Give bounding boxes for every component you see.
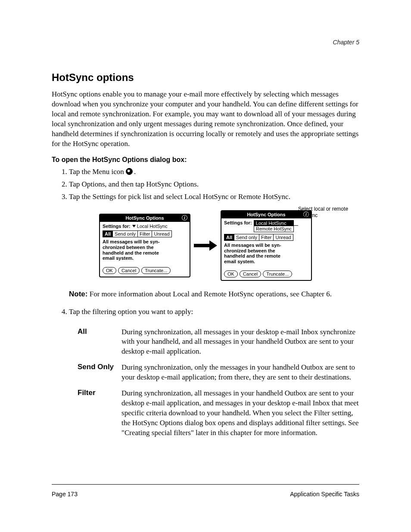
tab-send-only[interactable]: Send only xyxy=(234,234,259,240)
options-table: All During synchronization, all messages… xyxy=(78,326,359,442)
chapter-header: Chapter 5 xyxy=(52,39,359,46)
cancel-button[interactable]: Cancel xyxy=(118,267,140,274)
table-row: All During synchronization, all messages… xyxy=(78,326,359,361)
dialog-hotsync-options-right: HotSync Options i Settings for: Local Ho… xyxy=(221,210,312,280)
step-1: Tap the Menu icon . xyxy=(69,167,359,177)
truncate-button[interactable]: Truncate... xyxy=(141,267,171,274)
note-text: For more information about Local and Rem… xyxy=(90,290,332,298)
footer-page-number: Page 173 xyxy=(52,491,78,498)
dialog-title: HotSync Options i xyxy=(221,211,311,218)
footer-rule xyxy=(52,484,359,485)
tab-all[interactable]: All xyxy=(103,231,113,237)
callout-text: Select local or remote HotSync xyxy=(298,206,350,218)
option-term-all: All xyxy=(78,326,121,361)
footer-doc-title: Application Specific Tasks xyxy=(290,491,359,498)
option-term-filter: Filter xyxy=(78,387,121,442)
settings-for-picklist-open[interactable]: Local HotSync Remote HotSync xyxy=(254,220,294,232)
tab-all[interactable]: All xyxy=(224,234,234,240)
tab-unread[interactable]: Unread xyxy=(274,234,293,240)
picklist-item-remote[interactable]: Remote HotSync xyxy=(254,226,293,232)
svg-rect-0 xyxy=(194,244,209,247)
chevron-down-icon xyxy=(132,225,136,227)
truncate-button[interactable]: Truncate... xyxy=(263,271,292,277)
option-def-filter: During synchronization, all messages in … xyxy=(121,387,359,442)
steps-heading: To open the HotSync Options dialog box: xyxy=(52,156,359,164)
step-2: Tap Options, and then tap HotSync Option… xyxy=(69,180,359,190)
tab-filter[interactable]: Filter xyxy=(259,234,274,240)
svg-marker-1 xyxy=(209,240,217,251)
table-row: Filter During synchronization, all messa… xyxy=(78,387,359,442)
cancel-button[interactable]: Cancel xyxy=(240,271,261,277)
steps-list: Tap the Menu icon . Tap Options, and the… xyxy=(52,167,359,202)
section-heading-hotsync-options: HotSync options xyxy=(52,72,359,84)
option-def-send-only: During synchronization, only the message… xyxy=(121,361,359,387)
info-icon[interactable]: i xyxy=(182,215,187,221)
ok-button[interactable]: OK xyxy=(224,271,238,277)
filter-tabs: All Send only Filter Unread xyxy=(224,234,293,241)
note-label: Note: xyxy=(69,290,87,298)
menu-icon xyxy=(126,168,133,175)
page-footer: Page 173 Application Specific Tasks xyxy=(52,491,359,498)
table-row: Send Only During synchronization, only t… xyxy=(78,361,359,387)
filter-tabs: All Send only Filter Unread xyxy=(103,230,172,237)
filter-description: All messages will be syn- chronized betw… xyxy=(224,243,308,264)
figure-hotsync-options: HotSync Options i Settings for: Local Ho… xyxy=(55,210,356,280)
tab-filter[interactable]: Filter xyxy=(138,231,152,237)
step-3: Tap the Settings for pick list and selec… xyxy=(69,192,359,202)
tab-send-only[interactable]: Send only xyxy=(113,231,138,237)
dialog-hotsync-options-left: HotSync Options i Settings for: Local Ho… xyxy=(99,214,190,277)
dialog-title: HotSync Options i xyxy=(100,215,190,222)
intro-paragraph: HotSync options enable you to manage you… xyxy=(52,90,359,149)
option-term-send-only: Send Only xyxy=(78,361,121,387)
callout-line xyxy=(274,225,298,226)
steps-list-cont: Tap the filtering option you want to app… xyxy=(52,307,359,317)
note-block: Note: For more information about Local a… xyxy=(69,289,359,299)
arrow-right-icon xyxy=(194,240,217,251)
filter-description: All messages will be syn- chronized betw… xyxy=(103,239,187,261)
ok-button[interactable]: OK xyxy=(103,267,116,274)
settings-for-label: Settings for: xyxy=(103,224,131,229)
tab-unread[interactable]: Unread xyxy=(152,231,171,237)
step-4: Tap the filtering option you want to app… xyxy=(69,307,359,317)
settings-for-label: Settings for: xyxy=(224,220,252,226)
option-def-all: During synchronization, all messages in … xyxy=(121,326,359,361)
settings-for-picklist[interactable]: Local HotSync xyxy=(132,224,168,229)
